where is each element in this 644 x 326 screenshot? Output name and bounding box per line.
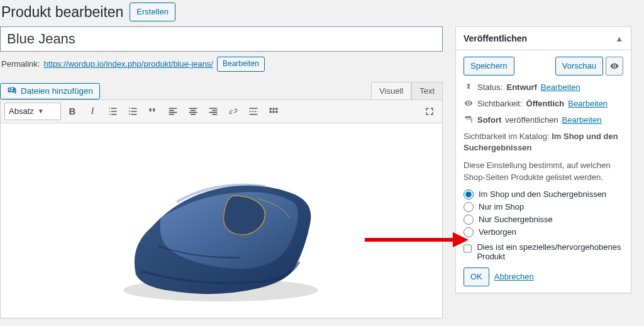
permalink-url[interactable]: https://wordup.io/index.php/produkt/blue…	[43, 59, 213, 69]
numbered-list-button[interactable]	[124, 103, 142, 120]
schedule-prefix: Sofort	[477, 115, 501, 125]
visibility-edit-link[interactable]: Bearbeiten	[568, 99, 608, 108]
italic-button[interactable]: I	[84, 103, 101, 120]
catalog-description: Diese Einstellung bestimmt, auf welchen …	[464, 160, 623, 183]
tab-text[interactable]: Text	[411, 82, 443, 99]
visibility-value: Öffentlich	[526, 99, 565, 108]
tab-visual[interactable]: Visuell	[371, 82, 411, 99]
cancel-link[interactable]: Abbrechen	[494, 272, 534, 281]
svg-rect-0	[270, 108, 272, 110]
svg-rect-2	[275, 108, 277, 110]
page-title: Produkt bearbeiten	[1, 4, 123, 21]
ok-button[interactable]: OK	[464, 267, 489, 286]
radio-search[interactable]	[464, 215, 474, 225]
publish-box-title: Veröffentlichen	[464, 33, 527, 43]
svg-rect-1	[272, 108, 274, 110]
create-button[interactable]: Erstellen	[130, 3, 175, 21]
chevron-down-icon: ▼	[38, 108, 44, 115]
preview-button[interactable]: Vorschau	[555, 57, 603, 76]
radio-hidden[interactable]	[464, 227, 474, 237]
pin-icon	[464, 82, 474, 92]
bold-button[interactable]: B	[64, 103, 81, 120]
svg-rect-3	[270, 111, 272, 113]
featured-label: Dies ist ein spezielles/hervorgehobenes …	[477, 242, 623, 261]
bullet-list-button[interactable]	[104, 103, 121, 120]
add-media-button[interactable]: Dateien hinzufügen	[0, 83, 100, 99]
readmore-button[interactable]	[245, 103, 262, 120]
fullscreen-button[interactable]	[421, 103, 438, 120]
toolbar-toggle-button[interactable]	[265, 103, 282, 120]
collapse-icon[interactable]: ▲	[615, 34, 623, 43]
product-image	[101, 136, 340, 312]
preview-eye-button[interactable]	[606, 57, 623, 76]
schedule-edit-link[interactable]: Bearbeiten	[562, 115, 602, 125]
quote-button[interactable]	[144, 103, 162, 120]
align-center-button[interactable]	[184, 103, 202, 120]
svg-rect-4	[272, 111, 274, 113]
radio-hidden-label: Verborgen	[479, 227, 516, 237]
status-label: Status:	[477, 82, 502, 92]
eye-icon	[610, 62, 619, 70]
permalink-edit-button[interactable]: Bearbeiten	[217, 57, 265, 72]
radio-shop-search-label: Im Shop und den Suchergebnissen	[479, 189, 606, 199]
svg-rect-5	[275, 111, 277, 113]
status-value: Entwurf	[506, 82, 536, 92]
catalog-label: Sichtbarkeit im Katalog:	[464, 132, 550, 141]
editor-canvas[interactable]	[0, 123, 443, 318]
media-icon	[7, 86, 17, 96]
calendar-icon	[464, 115, 474, 125]
editor-toolbar: Absatz ▼ B I	[0, 99, 443, 123]
radio-shop-search[interactable]	[464, 189, 474, 200]
align-right-button[interactable]	[204, 103, 222, 120]
save-button[interactable]: Speichern	[464, 57, 514, 76]
format-select[interactable]: Absatz ▼	[4, 103, 61, 120]
status-edit-link[interactable]: Bearbeiten	[541, 82, 580, 92]
radio-shop[interactable]	[464, 202, 474, 212]
radio-shop-label: Nur im Shop	[479, 202, 524, 211]
product-title-input[interactable]	[0, 26, 443, 52]
schedule-suffix: veröffentlichen	[505, 115, 558, 125]
featured-checkbox[interactable]	[464, 244, 472, 254]
visibility-icon	[464, 98, 474, 108]
visibility-label: Sichtbarkeit:	[477, 99, 523, 108]
link-button[interactable]	[225, 103, 242, 120]
align-left-button[interactable]	[164, 103, 182, 120]
radio-search-label: Nur Suchergebnisse	[479, 215, 553, 224]
permalink-label: Permalink:	[1, 59, 40, 69]
publish-box: Veröffentlichen ▲ Speichern Vorschau	[455, 26, 631, 293]
